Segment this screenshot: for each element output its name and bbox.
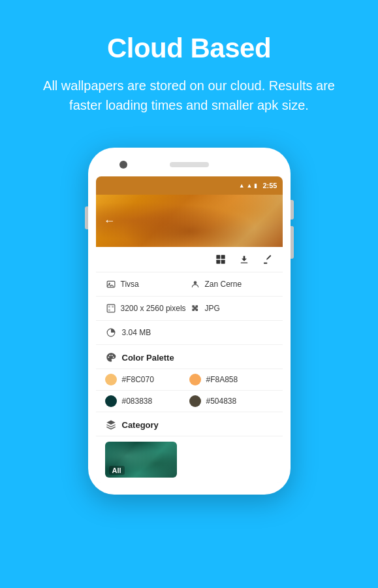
color-dot-1 (105, 374, 117, 385)
color-hex-2: #F8A858 (206, 375, 238, 384)
header-section: Cloud Based All wallpapers are stored on… (0, 0, 378, 135)
info-row-author: Tivsa Zan Cerne (96, 272, 283, 297)
pie-icon (105, 327, 117, 338)
svg-point-17 (112, 357, 114, 358)
svg-point-16 (111, 355, 112, 356)
info-row-dimensions: 3200 x 2560 pixels JPG (96, 297, 283, 321)
phone-top (96, 159, 283, 170)
info-section: Tivsa Zan Cerne 3200 x (96, 272, 283, 345)
svg-rect-0 (216, 255, 220, 259)
dimensions-icon (105, 302, 117, 314)
svg-rect-3 (221, 260, 225, 264)
color-palette-title: Color Palette (122, 353, 174, 363)
svg-rect-4 (240, 263, 247, 263)
color-dot-3 (105, 395, 117, 407)
svg-rect-5 (264, 263, 267, 264)
battery-icon: ▮ (254, 182, 257, 189)
status-icons: ▲ ▲ ▮ (239, 182, 258, 189)
image-icon (105, 278, 117, 290)
category-thumb-image: All (105, 442, 177, 478)
color-row-1: #F8C070 #F8A858 (96, 369, 283, 391)
svg-rect-9 (107, 304, 115, 312)
download-icon[interactable] (237, 252, 251, 267)
back-arrow-icon[interactable]: ← (104, 214, 116, 228)
image-dimensions: 3200 x 2560 pixels (121, 304, 186, 313)
file-size: 3.04 MB (122, 328, 151, 337)
phone-screen: ▲ ▲ ▮ 2:55 ← (96, 176, 283, 483)
brush-icon[interactable] (260, 252, 275, 267)
color-dot-4 (189, 395, 201, 407)
color-col-1: #F8C070 (105, 374, 189, 385)
info-col-contributor: Zan Cerne (189, 278, 274, 290)
color-hex-4: #504838 (206, 397, 237, 406)
image-format: JPG (205, 304, 220, 313)
person-icon (189, 278, 201, 290)
svg-rect-10 (108, 306, 110, 308)
color-dot-2 (189, 374, 201, 385)
color-col-4: #504838 (189, 395, 274, 407)
grid-icon[interactable] (213, 252, 228, 267)
category-title: Category (122, 420, 159, 430)
info-row-filesize: 3.04 MB (96, 321, 283, 345)
puzzle-icon (189, 302, 201, 314)
info-col-artist: Tivsa (105, 278, 189, 290)
volume-left-button (85, 206, 88, 229)
color-palette-section: Color Palette #F8C070 #F8A858 #0 (96, 345, 283, 412)
info-col-size: 3200 x 2560 pixels (105, 302, 189, 314)
color-col-3: #083838 (105, 395, 189, 407)
color-hex-1: #F8C070 (122, 375, 154, 384)
svg-point-14 (108, 357, 109, 358)
wallpaper-preview: ← (96, 195, 283, 247)
palette-icon (105, 351, 117, 363)
wifi-icon: ▲ (239, 182, 245, 189)
category-all-label: All (109, 466, 125, 475)
page-title: Cloud Based (26, 33, 352, 64)
wallpaper-swirl-overlay (96, 195, 283, 247)
camera (119, 161, 127, 169)
info-col-format: JPG (189, 302, 274, 314)
svg-rect-11 (112, 306, 114, 308)
category-thumb-all[interactable]: All (105, 442, 177, 478)
color-row-2: #083838 #504838 (96, 391, 283, 412)
time-display: 2:55 (262, 182, 277, 189)
svg-point-8 (193, 281, 197, 284)
power-button (291, 200, 294, 220)
phone-container: ▲ ▲ ▮ 2:55 ← (88, 148, 291, 495)
speaker (170, 162, 209, 167)
status-bar: ▲ ▲ ▮ 2:55 (96, 176, 283, 195)
svg-rect-2 (216, 260, 220, 264)
category-section: Category All (96, 412, 283, 483)
page-subtitle: All wallpapers are stored on our cloud. … (26, 76, 352, 115)
color-palette-header: Color Palette (96, 345, 283, 369)
volume-button (291, 226, 294, 259)
artist-name: Tivsa (121, 280, 139, 289)
category-header: Category (96, 412, 283, 436)
signal-icon: ▲ (247, 182, 253, 189)
svg-rect-12 (108, 309, 110, 311)
color-col-2: #F8A858 (189, 374, 274, 385)
svg-point-15 (109, 355, 110, 356)
svg-rect-1 (221, 255, 225, 259)
contributor-name: Zan Cerne (205, 280, 242, 289)
layers-icon (105, 419, 117, 431)
category-images-row: All (96, 436, 283, 483)
toolbar-row (96, 247, 283, 272)
phone-frame: ▲ ▲ ▮ 2:55 ← (88, 148, 291, 495)
color-hex-3: #083838 (122, 397, 153, 406)
